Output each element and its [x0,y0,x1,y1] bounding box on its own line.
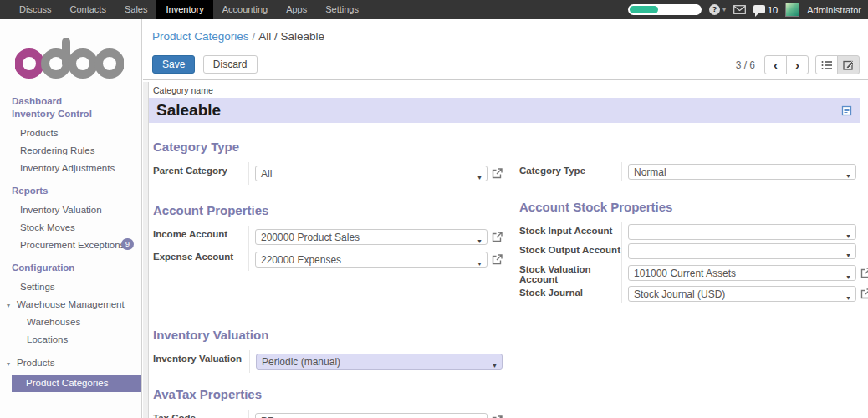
avatar[interactable] [785,3,799,17]
stock-journal-label: Stock Journal [519,284,621,298]
sidebar-section-configuration[interactable]: Configuration [0,262,141,274]
stock-output-account-select[interactable]: ▼ [628,243,856,259]
top-menubar: Discuss Contacts Sales Inventory Account… [0,0,868,19]
discard-button[interactable]: Discard [203,55,258,74]
stock-journal-select[interactable]: Stock Journal (USD) ▼ [628,286,856,302]
stock-input-account-select[interactable]: ▼ [628,224,856,240]
category-type-select[interactable]: Normal ▼ [628,164,856,180]
menu-contacts[interactable]: Contacts [61,0,115,19]
sidebar-toggle-warehouse-management[interactable]: ▾ Warehouse Management [0,296,141,314]
external-link-icon[interactable] [492,168,503,179]
sidebar-item-label: Procurement Exceptions [20,240,125,250]
expense-account-label: Expense Account [153,248,248,262]
tax-code-row: Tax Code PR ▼ [153,410,503,418]
sidebar-item-warehouses[interactable]: Warehouses [0,314,141,331]
dropdown-caret-icon: ▼ [845,291,851,302]
external-link-icon[interactable] [492,232,503,242]
message-count: 10 [768,5,778,15]
expense-account-row: Expense Account 220000 Expenses ▼ [153,248,503,271]
chevron-down-icon: ▾ [722,6,726,13]
parent-category-select[interactable]: All ▼ [255,166,488,181]
expense-account-value: 220000 Expenses [261,254,341,266]
category-name-value: Saleable [156,101,221,120]
external-link-icon[interactable] [860,288,868,299]
stock-output-account-label: Stock Output Account [519,242,621,255]
category-type-row: Category Type Normal ▼ [519,162,868,181]
list-icon [821,60,833,70]
inventory-valuation-label: Inventory Valuation [153,350,249,364]
list-view-button[interactable] [815,55,838,74]
expense-account-select[interactable]: 220000 Expenses ▼ [255,252,488,268]
sidebar-section-inventory-control[interactable]: Inventory Control [0,108,141,120]
stock-valuation-account-select[interactable]: 101000 Current Assets ▼ [628,265,856,281]
section-heading-avatax: AvaTax Properties [153,387,503,402]
sidebar-item-inventory-valuation[interactable]: Inventory Valuation [0,201,141,219]
sidebar-item-product-categories[interactable]: Product Categories [12,375,141,392]
sidebar-item-dashboard[interactable]: Dashboard [0,95,141,108]
stock-valuation-account-value: 101000 Current Assets [634,268,736,279]
tax-code-select[interactable]: PR ▼ [255,413,488,418]
income-account-select[interactable]: 200000 Product Sales ▼ [255,229,488,245]
menu-apps[interactable]: Apps [277,0,316,19]
sidebar-item-procurement-exceptions[interactable]: Procurement Exceptions 9 [0,237,141,254]
section-heading-inventory-valuation: Inventory Valuation [153,328,503,343]
form-view-button[interactable] [837,55,860,74]
help-menu[interactable]: ? ▾ [709,4,726,15]
previous-record-button[interactable]: ‹ [764,55,787,74]
menu-discuss[interactable]: Discuss [10,0,61,19]
breadcrumb-separator: / [249,30,259,43]
menu-settings[interactable]: Settings [316,0,368,19]
section-heading-account-properties: Account Properties [153,203,503,218]
envelope-icon[interactable] [733,5,746,14]
form-left-column: Category Type Parent Category All ▼ Acco… [153,140,503,418]
sidebar-item-locations[interactable]: Locations [0,331,141,349]
next-record-button[interactable]: › [786,55,809,74]
user-menu[interactable]: Administrator [807,5,861,15]
subscription-progress-pill[interactable] [628,4,702,15]
parent-category-label: Parent Category [153,162,248,176]
menu-inventory[interactable]: Inventory [156,0,212,19]
stock-valuation-account-row: Stock Valuation Account 101000 Current A… [519,261,868,284]
inventory-valuation-row: Inventory Valuation Periodic (manual) ▼ [153,350,503,373]
inventory-valuation-select[interactable]: Periodic (manual) ▼ [256,354,503,370]
sidebar-item-stock-moves[interactable]: Stock Moves [0,219,141,237]
category-name-input[interactable]: Saleable [149,98,860,123]
dropdown-caret-icon: ▼ [845,169,851,180]
sidebar: Dashboard Inventory Control Products Reo… [0,19,142,418]
menu-accounting[interactable]: Accounting [213,0,277,19]
save-button[interactable]: Save [152,55,195,74]
category-type-label: Category Type [519,162,621,176]
section-heading-category-type: Category Type [153,140,503,155]
breadcrumb-product-categories[interactable]: Product Categories [152,30,249,43]
progress-fill [630,6,658,13]
chat-bubble-icon [753,5,765,13]
odoo-logo [15,37,141,84]
sidebar-toggle-products[interactable]: ▾ Products [0,354,141,372]
dropdown-caret-icon: ▼ [845,248,851,259]
dropdown-caret-icon: ▼ [477,234,483,245]
sidebar-item-label: Warehouse Management [17,299,125,309]
sidebar-item-label: Products [17,358,54,368]
form-action-buttons: Save Discard [152,55,258,74]
app-menus: Discuss Contacts Sales Inventory Account… [0,0,368,19]
income-account-label: Income Account [153,226,248,239]
translate-icon[interactable] [841,105,852,116]
sidebar-item-products[interactable]: Products [0,125,141,142]
external-link-icon[interactable] [492,254,503,265]
form-sheet: Category name Saleable Category Type Par… [148,82,868,418]
sidebar-item-inventory-adjustments[interactable]: Inventory Adjustments [0,160,141,177]
menu-sales[interactable]: Sales [115,0,157,19]
control-panel: Product Categories/All / Saleable Save D… [143,19,868,80]
dropdown-caret-icon: ▼ [477,257,483,268]
tax-code-label: Tax Code [153,410,248,418]
sidebar-section-reports[interactable]: Reports [0,185,141,197]
dropdown-caret-icon: ▼ [845,229,851,240]
section-heading-account-stock-properties: Account Stock Properties [519,200,868,215]
sidebar-item-settings[interactable]: Settings [0,278,141,296]
sidebar-item-reordering-rules[interactable]: Reordering Rules [0,142,141,160]
inventory-valuation-value: Periodic (manual) [262,356,340,368]
messages-menu[interactable]: 10 [753,5,778,15]
external-link-icon[interactable] [860,268,868,278]
dropdown-caret-icon: ▼ [477,171,483,181]
pager-counter: 3 / 6 [736,59,755,71]
